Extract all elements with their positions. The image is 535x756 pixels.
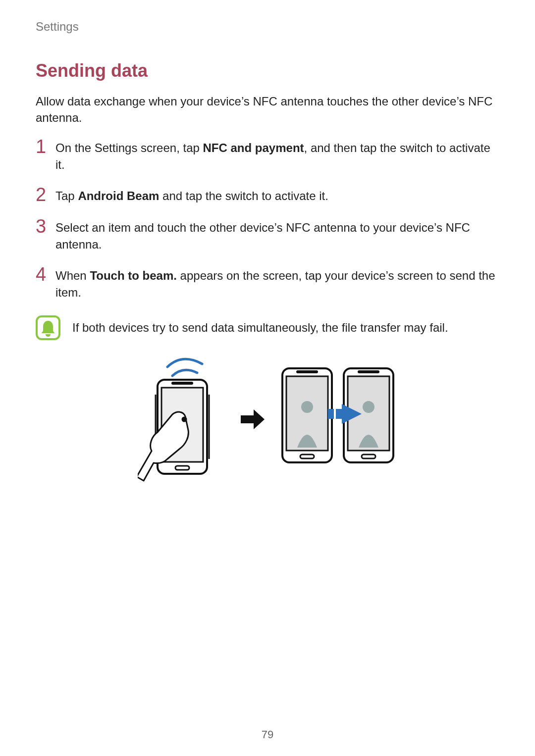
illustration xyxy=(36,355,499,486)
step-bold: Touch to beam. xyxy=(90,269,177,282)
step-3: Select an item and touch the other devic… xyxy=(36,219,499,252)
step-text: On the Settings screen, tap xyxy=(55,141,203,154)
arrow-right-icon xyxy=(241,409,265,431)
note-row: If both devices try to send data simulta… xyxy=(36,315,499,340)
step-text: and tap the switch to activate it. xyxy=(159,189,328,202)
step-text: Tap xyxy=(55,189,78,202)
svg-point-17 xyxy=(363,401,374,413)
phone-tap-illustration xyxy=(138,355,227,486)
svg-rect-19 xyxy=(336,409,342,419)
steps-list: On the Settings screen, tap NFC and paym… xyxy=(36,140,499,301)
note-text: If both devices try to send data simulta… xyxy=(72,321,448,335)
svg-point-12 xyxy=(301,401,313,413)
svg-rect-3 xyxy=(171,382,193,385)
intro-paragraph: Allow data exchange when your device’s N… xyxy=(36,93,499,126)
breadcrumb: Settings xyxy=(36,20,499,34)
step-2: Tap Android Beam and tap the switch to a… xyxy=(36,188,499,204)
svg-rect-18 xyxy=(328,409,334,419)
svg-point-7 xyxy=(182,417,186,421)
svg-rect-10 xyxy=(296,370,318,373)
phones-beam-illustration xyxy=(278,362,397,478)
step-bold: NFC and payment xyxy=(203,141,304,154)
step-text: When xyxy=(55,269,90,282)
step-text: Select an item and touch the other devic… xyxy=(55,221,470,251)
section-title: Sending data xyxy=(36,60,499,81)
step-1: On the Settings screen, tap NFC and paym… xyxy=(36,140,499,173)
page-number: 79 xyxy=(0,728,535,741)
step-bold: Android Beam xyxy=(78,189,159,202)
step-4: When Touch to beam. appears on the scree… xyxy=(36,267,499,301)
bell-icon xyxy=(36,315,60,340)
manual-page: Settings Sending data Allow data exchang… xyxy=(0,0,535,756)
svg-rect-15 xyxy=(358,370,379,373)
